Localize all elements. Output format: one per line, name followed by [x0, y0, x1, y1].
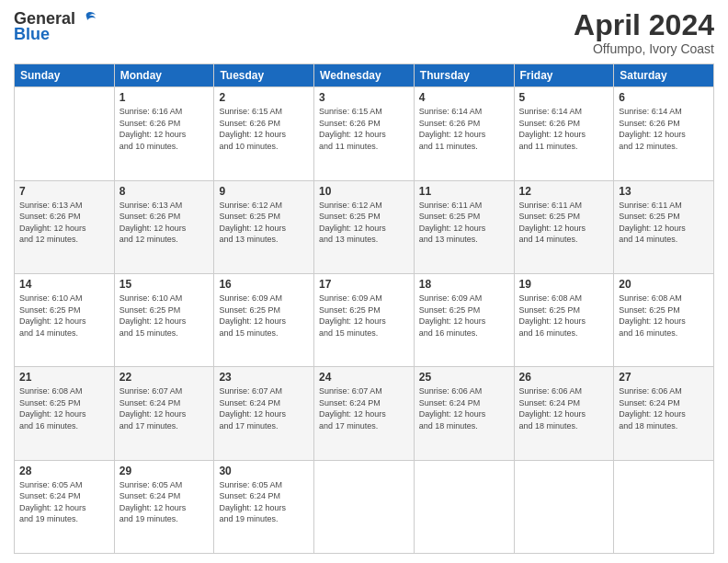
logo-bird-icon	[77, 9, 97, 29]
calendar-cell: 7Sunrise: 6:13 AMSunset: 6:26 PMDaylight…	[15, 180, 115, 273]
day-info: Sunrise: 6:06 AMSunset: 6:24 PMDaylight:…	[519, 385, 609, 431]
day-header-friday: Friday	[514, 64, 614, 87]
day-number: 14	[19, 278, 109, 291]
day-info: Sunrise: 6:09 AMSunset: 6:25 PMDaylight:…	[219, 293, 309, 339]
day-number: 21	[19, 371, 109, 384]
day-header-wednesday: Wednesday	[314, 64, 415, 87]
logo-blue: Blue	[14, 26, 50, 44]
day-number: 2	[219, 91, 309, 104]
day-number: 8	[119, 185, 210, 198]
day-info: Sunrise: 6:06 AMSunset: 6:24 PMDaylight:…	[619, 385, 709, 431]
calendar-cell: 19Sunrise: 6:08 AMSunset: 6:25 PMDayligh…	[514, 273, 614, 366]
calendar-cell: 14Sunrise: 6:10 AMSunset: 6:25 PMDayligh…	[15, 273, 115, 366]
location: Offumpo, Ivory Coast	[574, 41, 714, 56]
calendar-cell: 18Sunrise: 6:09 AMSunset: 6:25 PMDayligh…	[414, 273, 514, 366]
calendar-cell: 13Sunrise: 6:11 AMSunset: 6:25 PMDayligh…	[614, 180, 714, 273]
day-header-saturday: Saturday	[614, 64, 714, 87]
day-number: 28	[19, 465, 109, 477]
calendar-week-4: 21Sunrise: 6:08 AMSunset: 6:25 PMDayligh…	[15, 367, 714, 460]
day-info: Sunrise: 6:12 AMSunset: 6:25 PMDaylight:…	[319, 200, 409, 246]
calendar-cell: 15Sunrise: 6:10 AMSunset: 6:25 PMDayligh…	[114, 273, 214, 366]
day-header-monday: Monday	[114, 64, 214, 87]
calendar-week-2: 7Sunrise: 6:13 AMSunset: 6:26 PMDaylight…	[15, 180, 714, 273]
calendar-cell: 17Sunrise: 6:09 AMSunset: 6:25 PMDayligh…	[314, 273, 415, 366]
calendar-cell: 16Sunrise: 6:09 AMSunset: 6:25 PMDayligh…	[214, 273, 314, 366]
calendar-cell: 10Sunrise: 6:12 AMSunset: 6:25 PMDayligh…	[314, 180, 415, 273]
day-number: 15	[119, 278, 210, 291]
page: General Blue April 2024 Offumpo, Ivory C…	[0, 0, 728, 563]
day-number: 27	[619, 371, 709, 384]
day-number: 9	[219, 185, 309, 198]
day-info: Sunrise: 6:07 AMSunset: 6:24 PMDaylight:…	[119, 385, 210, 431]
month-title: April 2024	[574, 9, 714, 41]
day-number: 7	[19, 185, 109, 198]
day-number: 6	[619, 91, 709, 104]
day-number: 20	[619, 278, 709, 291]
day-info: Sunrise: 6:08 AMSunset: 6:25 PMDaylight:…	[619, 293, 709, 339]
day-info: Sunrise: 6:14 AMSunset: 6:26 PMDaylight:…	[619, 106, 709, 152]
calendar-cell: 25Sunrise: 6:06 AMSunset: 6:24 PMDayligh…	[414, 367, 514, 460]
day-header-tuesday: Tuesday	[214, 64, 314, 87]
calendar-table: SundayMondayTuesdayWednesdayThursdayFrid…	[14, 63, 714, 554]
calendar-cell: 4Sunrise: 6:14 AMSunset: 6:26 PMDaylight…	[414, 87, 514, 180]
day-number: 13	[619, 185, 709, 198]
calendar-cell: 21Sunrise: 6:08 AMSunset: 6:25 PMDayligh…	[15, 367, 115, 460]
day-info: Sunrise: 6:09 AMSunset: 6:25 PMDaylight:…	[419, 293, 509, 339]
day-header-sunday: Sunday	[15, 64, 115, 87]
calendar-cell: 24Sunrise: 6:07 AMSunset: 6:24 PMDayligh…	[314, 367, 415, 460]
calendar-cell: 30Sunrise: 6:05 AMSunset: 6:24 PMDayligh…	[214, 460, 314, 553]
day-number: 19	[519, 278, 609, 291]
day-info: Sunrise: 6:15 AMSunset: 6:26 PMDaylight:…	[219, 106, 309, 152]
day-info: Sunrise: 6:10 AMSunset: 6:25 PMDaylight:…	[19, 293, 109, 339]
day-info: Sunrise: 6:11 AMSunset: 6:25 PMDaylight:…	[619, 200, 709, 246]
calendar-cell: 1Sunrise: 6:16 AMSunset: 6:26 PMDaylight…	[114, 87, 214, 180]
day-number: 11	[419, 185, 509, 198]
calendar-cell: 6Sunrise: 6:14 AMSunset: 6:26 PMDaylight…	[614, 87, 714, 180]
day-info: Sunrise: 6:05 AMSunset: 6:24 PMDaylight:…	[19, 479, 109, 525]
calendar-cell: 20Sunrise: 6:08 AMSunset: 6:25 PMDayligh…	[614, 273, 714, 366]
day-number: 25	[419, 371, 509, 384]
calendar-cell: 12Sunrise: 6:11 AMSunset: 6:25 PMDayligh…	[514, 180, 614, 273]
day-info: Sunrise: 6:05 AMSunset: 6:24 PMDaylight:…	[119, 479, 210, 525]
calendar-body: 1Sunrise: 6:16 AMSunset: 6:26 PMDaylight…	[15, 87, 714, 554]
day-info: Sunrise: 6:13 AMSunset: 6:26 PMDaylight:…	[119, 200, 210, 246]
calendar-cell: 23Sunrise: 6:07 AMSunset: 6:24 PMDayligh…	[214, 367, 314, 460]
calendar-header-row: SundayMondayTuesdayWednesdayThursdayFrid…	[15, 64, 714, 87]
day-info: Sunrise: 6:06 AMSunset: 6:24 PMDaylight:…	[419, 385, 509, 431]
day-info: Sunrise: 6:14 AMSunset: 6:26 PMDaylight:…	[419, 106, 509, 152]
day-info: Sunrise: 6:13 AMSunset: 6:26 PMDaylight:…	[19, 200, 109, 246]
day-info: Sunrise: 6:16 AMSunset: 6:26 PMDaylight:…	[119, 106, 210, 152]
day-number: 17	[319, 278, 409, 291]
day-number: 1	[119, 91, 210, 104]
calendar-cell: 9Sunrise: 6:12 AMSunset: 6:25 PMDaylight…	[214, 180, 314, 273]
day-header-thursday: Thursday	[414, 64, 514, 87]
header: General Blue April 2024 Offumpo, Ivory C…	[14, 9, 714, 56]
day-info: Sunrise: 6:05 AMSunset: 6:24 PMDaylight:…	[219, 479, 309, 525]
day-info: Sunrise: 6:10 AMSunset: 6:25 PMDaylight:…	[119, 293, 210, 339]
calendar-cell: 5Sunrise: 6:14 AMSunset: 6:26 PMDaylight…	[514, 87, 614, 180]
day-number: 30	[219, 465, 309, 477]
day-info: Sunrise: 6:11 AMSunset: 6:25 PMDaylight:…	[519, 200, 609, 246]
day-number: 16	[219, 278, 309, 291]
calendar-cell	[514, 460, 614, 553]
calendar-cell	[614, 460, 714, 553]
calendar-week-3: 14Sunrise: 6:10 AMSunset: 6:25 PMDayligh…	[15, 273, 714, 366]
day-number: 10	[319, 185, 409, 198]
calendar-cell: 2Sunrise: 6:15 AMSunset: 6:26 PMDaylight…	[214, 87, 314, 180]
calendar-cell: 28Sunrise: 6:05 AMSunset: 6:24 PMDayligh…	[15, 460, 115, 553]
day-info: Sunrise: 6:14 AMSunset: 6:26 PMDaylight:…	[519, 106, 609, 152]
logo: General Blue	[14, 9, 97, 44]
day-number: 23	[219, 371, 309, 384]
day-info: Sunrise: 6:12 AMSunset: 6:25 PMDaylight:…	[219, 200, 309, 246]
day-number: 4	[419, 91, 509, 104]
day-info: Sunrise: 6:09 AMSunset: 6:25 PMDaylight:…	[319, 293, 409, 339]
day-info: Sunrise: 6:15 AMSunset: 6:26 PMDaylight:…	[319, 106, 409, 152]
day-info: Sunrise: 6:07 AMSunset: 6:24 PMDaylight:…	[319, 385, 409, 431]
calendar-cell: 29Sunrise: 6:05 AMSunset: 6:24 PMDayligh…	[114, 460, 214, 553]
day-info: Sunrise: 6:07 AMSunset: 6:24 PMDaylight:…	[219, 385, 309, 431]
calendar-week-1: 1Sunrise: 6:16 AMSunset: 6:26 PMDaylight…	[15, 87, 714, 180]
calendar-cell	[15, 87, 115, 180]
calendar-cell: 3Sunrise: 6:15 AMSunset: 6:26 PMDaylight…	[314, 87, 415, 180]
calendar-week-5: 28Sunrise: 6:05 AMSunset: 6:24 PMDayligh…	[15, 460, 714, 553]
calendar-cell: 26Sunrise: 6:06 AMSunset: 6:24 PMDayligh…	[514, 367, 614, 460]
